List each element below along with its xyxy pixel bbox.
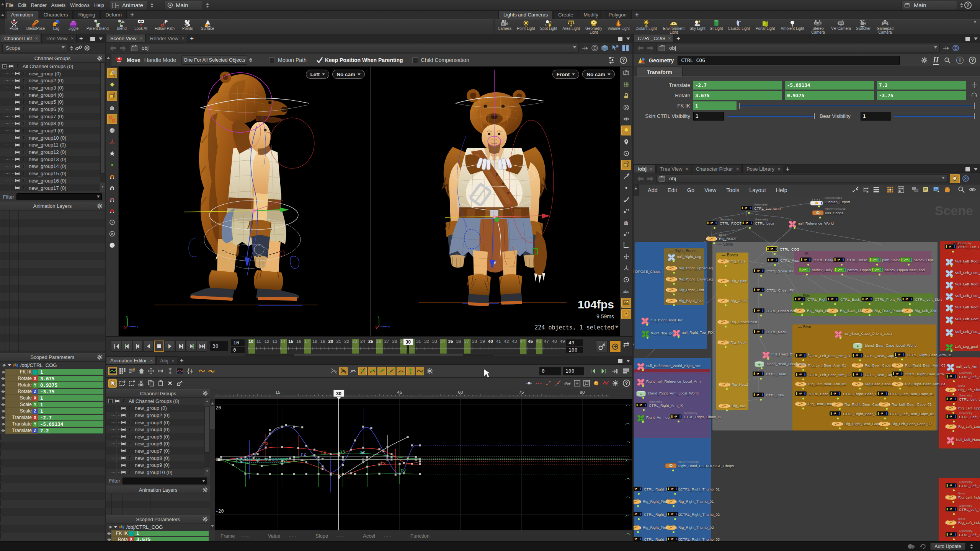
object-tool-icon[interactable] (107, 91, 117, 101)
box-select-tool[interactable] (118, 379, 126, 388)
network-node-ctrl_right_arm_ik[interactable]: CTRL_Right_Arm_IKGeometry (635, 403, 648, 409)
hydra-toggle-icon[interactable] (621, 148, 631, 158)
viewport-view-selector[interactable]: Front (552, 70, 580, 79)
gear-icon[interactable] (97, 55, 103, 61)
graph-range-end-field[interactable]: 100 (563, 367, 584, 375)
menu-windows[interactable]: Windows (68, 0, 92, 11)
no-snap-mode[interactable] (330, 367, 338, 375)
tree-row-new_group3[interactable]: new_group3 (0) (0, 84, 100, 91)
skirt-slider[interactable] (727, 116, 814, 117)
tree-row-new_group5[interactable]: new_group5 (0) (106, 433, 205, 440)
network-node-right_hand_blendpose_chops[interactable]: Right_Hand_BLENDPOSE_ChopsCHOP Network (665, 463, 677, 469)
flat-tangents-tool[interactable] (397, 367, 405, 375)
fkik-slider[interactable] (740, 105, 975, 106)
network-node-rig_right_bear_cape_01[interactable]: Rig_Right_Bear_Cape_01 (831, 401, 843, 409)
linear-tangents-tool[interactable] (387, 367, 395, 375)
network-node-rig_right_bear_arm_03[interactable]: Rig_Right_Bear_Arm_03 (892, 362, 904, 370)
snapshot-button[interactable] (950, 174, 960, 183)
handle-params-icon[interactable] (607, 56, 616, 64)
pane-menu-icon[interactable] (626, 360, 630, 364)
lighting-toggle-icon[interactable] (621, 126, 631, 135)
pin-channels-button[interactable]: { (185, 367, 196, 375)
network-node-luchtan_export[interactable]: Luchtan_ExportSceneNodes (810, 199, 823, 207)
network-node-rig_neck[interactable]: Rig_Neck (717, 339, 729, 347)
network-node-rig_right_toe[interactable]: Rig_Right_Toe (665, 298, 678, 305)
lasso-select-tool[interactable] (127, 379, 136, 388)
align-keys-button[interactable] (525, 379, 533, 388)
pane-menu-icon[interactable] (626, 37, 630, 42)
pan-view-button[interactable] (147, 367, 155, 375)
network-node-ctrl_left_index_0[interactable]: CTRL_Left_Index_0Geometry (945, 483, 958, 489)
tab-tree-view[interactable]: Tree View✕ (656, 165, 691, 173)
spline-tangents-tool[interactable] (406, 367, 415, 375)
close-icon[interactable]: ✕ (668, 36, 671, 41)
tree-row-new_group2[interactable]: new_group2 (0) (0, 77, 100, 84)
translate-handle-icon[interactable] (971, 82, 978, 88)
tree-row-new_group12[interactable]: new_group12 (0) (0, 148, 100, 156)
network-node-left_leg_goal[interactable]: Left_Leg_goal (945, 344, 954, 352)
shelf-tool-gamepadcamera[interactable]: Gamepad Camera (874, 20, 897, 35)
point-markers-icon[interactable] (621, 183, 631, 193)
pane-maximize-icon[interactable] (618, 359, 622, 363)
pin-icon[interactable] (942, 45, 950, 51)
translate-y-field[interactable]: -5.89134 (785, 81, 874, 90)
viewport-camera-selector[interactable]: No cam (582, 70, 615, 79)
network-node-right_arm_goal[interactable]: Right_Arm_goal (637, 414, 645, 423)
toolbox-icon[interactable] (944, 186, 951, 194)
network-node-ctrl_left_bear_cape_02[interactable]: CTRL_Left_Bear_Cape_02 (876, 411, 889, 417)
scoped-param-rotax[interactable]: RotaX3.675 (106, 536, 210, 541)
graph-settings-gear[interactable] (425, 367, 434, 375)
network-node-ctrl_right_bear_arm_01[interactable]: CTRL_Right_Bear_Arm_01 (893, 352, 906, 359)
normalize-toggle[interactable] (592, 379, 600, 388)
layout-columns-icon[interactable] (622, 44, 629, 52)
shelf-tool-parentblend[interactable]: Parent Blend (83, 20, 113, 35)
graph-view-toggle[interactable] (108, 367, 117, 375)
geometry-tool-icon[interactable] (107, 126, 117, 135)
select-keys-tool[interactable] (108, 379, 117, 388)
inspect-tool-icon[interactable] (621, 171, 631, 181)
pane-menu-icon[interactable] (974, 37, 978, 42)
filter-input[interactable] (16, 193, 102, 200)
network-node-rig_root[interactable]: Rig_ROOTBone (706, 236, 718, 243)
network-node-ctrl_bear_cape_01[interactable]: CTRL_Bear_Cape_01 (851, 353, 864, 359)
rig-pose-tool-icon[interactable] (107, 114, 117, 124)
tab-pose-library[interactable]: Pose Library✕ (742, 165, 783, 173)
close-icon[interactable]: ✕ (685, 167, 688, 171)
ae-filter-row[interactable]: Filter (106, 476, 210, 486)
bear-field[interactable]: 1 (861, 112, 891, 121)
network-node-rig_head[interactable]: Rig_Head (718, 381, 730, 389)
transform-tab[interactable]: Transform (637, 67, 683, 77)
shelf-tab-modify[interactable]: Modify (578, 11, 603, 19)
desktop-spinner[interactable] (149, 1, 154, 10)
set-key-button[interactable] (175, 379, 184, 388)
shelf-tool-blendpose[interactable]: BlendPose (23, 20, 48, 35)
material-tool-icon[interactable] (107, 240, 117, 250)
new-tab-button[interactable]: + (79, 35, 83, 42)
tree-row-new_group13[interactable]: new_group13 (0) (0, 156, 100, 163)
network-node-null_right_foot_fix[interactable]: null_Right_Foot_Fix (641, 317, 649, 326)
network-node-ctrl_bear_cape_02[interactable]: CTRL_Bear_Cape_02 (851, 372, 864, 378)
tree-row-new_group14[interactable]: new_group14 (0) (0, 163, 100, 170)
network-node-ctrl_left_index_0[interactable]: CTRL_Left_Index_0Geometry (945, 507, 958, 513)
move-tool-icon[interactable] (114, 56, 124, 64)
vertical-scale-button[interactable] (166, 367, 174, 375)
shelf-tool-blend[interactable]: Blend (113, 20, 131, 35)
network-node-null_left_foot_mid[interactable]: Null_Left_Foot_Mid (945, 316, 954, 325)
viewport-left-quad[interactable]: LeftNo camyxz (119, 67, 369, 336)
forward-arrow-icon[interactable] (647, 45, 654, 51)
menu-help[interactable]: Help (92, 0, 106, 11)
shelf-tab-add[interactable]: + (632, 11, 642, 19)
translate-z-field[interactable]: 7.2 (877, 81, 966, 90)
network-node-ctrl_cog[interactable]: CTRL_COG (766, 246, 779, 253)
network-node-rig_right_upperleg[interactable]: Rig_Right_UpperLeg (665, 265, 678, 272)
network-node-rig_right_pinky_01[interactable]: Rig_Right_Pinky_01 (634, 499, 642, 506)
network-node-ctrl_upperchest_fk[interactable]: CTRL_UpperChest_FK (752, 308, 765, 315)
radial-target-icon[interactable] (962, 175, 969, 182)
network-node-ctrl_left_lowerar[interactable]: CTRL_Left_LowerArGeometry (945, 414, 958, 421)
tree-row-new_group7[interactable]: new_group7 (0) (0, 113, 100, 120)
shelf-tool-jiggle[interactable]: Jiggle (64, 20, 83, 35)
snap-grid-tool-icon[interactable] (107, 171, 117, 181)
network-node-ctrl_root[interactable]: CTRL_ROOTGeometry (706, 220, 719, 227)
handle-mode-spinner[interactable] (248, 56, 253, 64)
prev-key-button[interactable] (122, 341, 132, 352)
